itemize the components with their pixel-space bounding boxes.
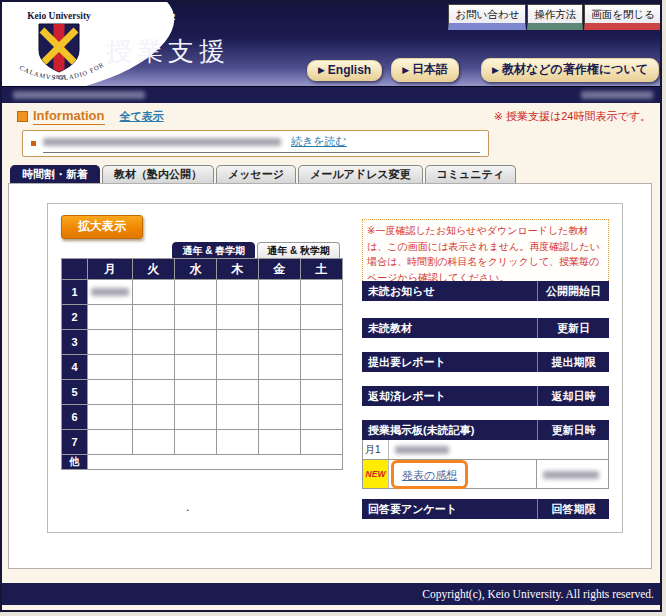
tab-fall-semester[interactable]: 通年 & 秋学期: [257, 242, 340, 258]
reports-due-date-label: 提出期限: [537, 352, 609, 372]
bullet-icon: [31, 141, 36, 146]
header-utility-buttons: お問い合わせ 操作方法 画面を閉じる: [447, 4, 662, 30]
reports-returned-header: 返却済レポート 返却日時: [362, 386, 609, 406]
board-entry-cell: 発表の感想: [389, 460, 536, 488]
unread-news-date-label: 公開開始日: [537, 281, 609, 301]
redacted-course-link[interactable]: [91, 288, 129, 296]
timetable-cell: [175, 305, 217, 330]
timetable-row: 7: [62, 430, 343, 455]
unread-materials-date-label: 更新日: [537, 318, 609, 338]
timetable-cell: [217, 430, 259, 455]
period-header: 5: [62, 380, 88, 405]
timetable-cell: [259, 405, 301, 430]
contact-button[interactable]: お問い合わせ: [448, 4, 526, 30]
day-header: 木: [217, 259, 259, 280]
tab-timetable-new[interactable]: 時間割・新着: [10, 165, 100, 184]
timetable-cell: [175, 280, 217, 305]
redacted-user-name: [13, 91, 145, 99]
timetable-cell-mon-1[interactable]: [88, 280, 133, 305]
triangle-icon: ▶: [492, 65, 499, 75]
timetable-cell: [259, 280, 301, 305]
timetable: 月 火 水 木 金 土 1: [61, 258, 343, 470]
japanese-button[interactable]: ▶ 日本語: [391, 58, 459, 82]
timetable-cell: [259, 355, 301, 380]
crest-university-name: Keio University: [27, 11, 91, 21]
period-header-other: 他: [62, 455, 88, 470]
triangle-icon: ▶: [318, 65, 325, 75]
timetable-cell: [133, 355, 175, 380]
page: Keio University 1858 CALAMVS GLADIO FORT…: [0, 0, 662, 612]
timetable-corner-cell: [62, 259, 88, 280]
class-board-title: 授業掲示板(未読記事): [362, 423, 537, 438]
timetable-row: 3: [62, 330, 343, 355]
timetable-cell: [301, 355, 343, 380]
footer: Copyright(c), Keio University. All right…: [2, 583, 662, 605]
unread-news-title: 未読お知らせ: [362, 284, 537, 299]
confirmation-notice: ※一度確認したお知らせやダウンロードした教材は、この画面には表示されません。再度…: [362, 219, 609, 289]
information-icon: [17, 111, 28, 122]
period-header: 2: [62, 305, 88, 330]
timetable-row: 2: [62, 305, 343, 330]
redacted-announcement-text: [43, 138, 281, 146]
timetable-cell: [301, 405, 343, 430]
english-button-label: English: [328, 63, 371, 77]
timetable-cell: [259, 305, 301, 330]
english-button[interactable]: ▶ English: [307, 60, 382, 81]
header: Keio University 1858 CALAMVS GLADIO FORT…: [2, 2, 662, 86]
help-button[interactable]: 操作方法: [527, 4, 583, 30]
tab-messages[interactable]: メッセージ: [216, 165, 296, 184]
copyright-info-button[interactable]: ▶ 教材などの著作権について: [481, 58, 659, 82]
semester-tabs: 通年 & 春学期 通年 & 秋学期: [61, 242, 340, 258]
copyright-text: Copyright(c), Keio University. All right…: [2, 583, 662, 605]
presentation-feedback-link[interactable]: 発表の感想: [402, 469, 457, 481]
timetable-cell: [175, 405, 217, 430]
information-header: Information 全て表示 ※ 授業支援は24時間表示です。: [17, 108, 651, 125]
expand-view-button[interactable]: 拡大表示: [61, 215, 143, 239]
period-header: 3: [62, 330, 88, 355]
read-more-link[interactable]: 続きを読む: [291, 134, 347, 149]
tab-email-change[interactable]: メールアドレス変更: [298, 165, 423, 184]
timetable-cell: [301, 380, 343, 405]
timetable-header-row: 月 火 水 木 金 土: [62, 259, 343, 280]
reports-due-header: 提出要レポート 提出期限: [362, 352, 609, 372]
timetable-cell: [88, 380, 133, 405]
timetable-cell: [217, 305, 259, 330]
timetable-cell: [217, 355, 259, 380]
highlight-annotation: 発表の感想: [391, 460, 468, 489]
show-all-link[interactable]: 全て表示: [120, 109, 164, 124]
timetable-cell: [175, 430, 217, 455]
tab-community[interactable]: コミュニティ: [425, 165, 517, 184]
redacted-datetime: [581, 91, 653, 99]
tab-spring-semester[interactable]: 通年 & 春学期: [172, 242, 255, 258]
new-badge: NEW: [363, 460, 389, 488]
period-header: 7: [62, 430, 88, 455]
surveys-date-label: 回答期限: [537, 499, 609, 519]
unread-materials-title: 未読教材: [362, 321, 537, 336]
surveys-header: 回答要アンケート 回答期限: [362, 499, 609, 519]
user-bar: [2, 86, 662, 103]
timetable-cell: [301, 305, 343, 330]
redacted-update-datetime: [543, 471, 599, 479]
timetable-cell: [133, 430, 175, 455]
announcement-line: 続きを読む: [43, 134, 480, 153]
class-board-date-label: 更新日時: [537, 420, 609, 440]
tab-materials[interactable]: 教材（塾内公開）: [102, 165, 214, 184]
day-header: 月: [88, 259, 133, 280]
unread-news-header: 未読お知らせ 公開開始日: [362, 281, 609, 301]
timetable-cell: [217, 380, 259, 405]
reports-returned-title: 返却済レポート: [362, 389, 537, 404]
timetable-cell: [301, 430, 343, 455]
timetable-cell: [88, 430, 133, 455]
japanese-button-label: 日本語: [412, 61, 448, 78]
day-header: 金: [259, 259, 301, 280]
university-name-jp: 慶應義塾大学: [92, 9, 176, 27]
information-title: Information: [33, 108, 105, 125]
timetable-other-cell: [88, 455, 343, 470]
timetable-cell: [217, 330, 259, 355]
board-entry-row: NEW 発表の感想: [362, 460, 609, 489]
24h-note: ※ 授業支援は24時間表示です。: [494, 109, 651, 124]
timetable-cell: [133, 330, 175, 355]
close-screen-button[interactable]: 画面を閉じる: [584, 4, 662, 30]
copyright-info-button-label: 教材などの著作権について: [502, 61, 648, 78]
new-badge-label: NEW: [366, 469, 386, 479]
